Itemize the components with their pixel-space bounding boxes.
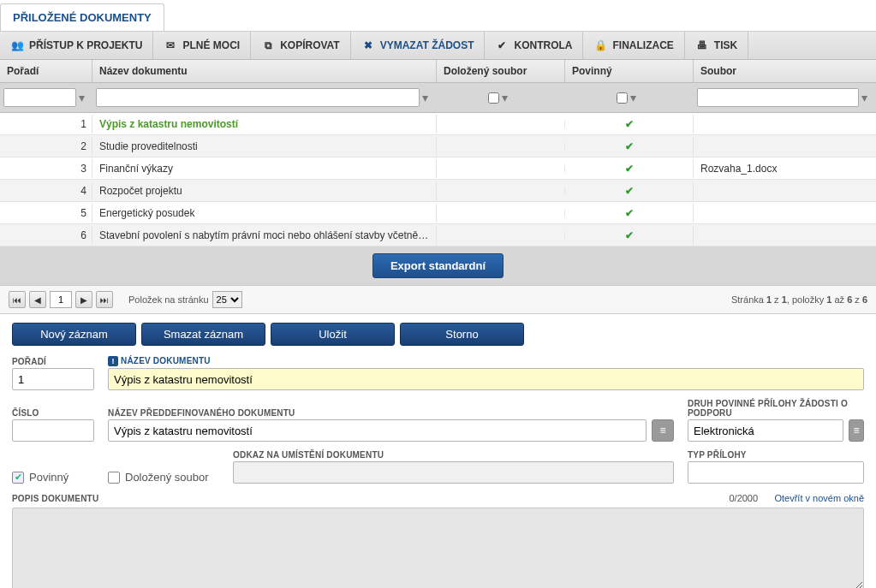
cell-required: ✔ [565, 137, 694, 156]
pager-per-page-select[interactable]: 25 [212, 291, 242, 308]
cell-name: Stavební povolení s nabytím právní moci … [92, 226, 437, 245]
filter-icon[interactable]: ▾ [79, 91, 89, 104]
number-label: ČÍSLO [12, 408, 94, 418]
grid-footer: Export standardní [0, 246, 876, 285]
cell-order: 4 [0, 181, 92, 200]
col-header-name[interactable]: Název dokumentu [92, 60, 437, 82]
toolbar-project-access[interactable]: 👥 PŘÍSTUP K PROJEKTU [0, 32, 153, 59]
grid-filter-row: ▾ ▾ ▾ ▾ ▾ [0, 83, 876, 113]
filter-icon[interactable]: ▾ [502, 91, 514, 104]
mail-icon: ✉ [164, 39, 177, 52]
table-row[interactable]: 4Rozpočet projektu✔ [0, 180, 876, 202]
toolbar: 👥 PŘÍSTUP K PROJEKTU ✉ PLNÉ MOCI ⧉ KOPÍR… [0, 32, 876, 60]
document-name-input[interactable] [108, 368, 864, 390]
cell-required: ✔ [565, 159, 694, 178]
cell-file [437, 187, 565, 194]
filter-soubor-input[interactable] [697, 88, 859, 107]
cell-file [437, 143, 565, 150]
cell-order: 6 [0, 226, 92, 245]
cell-required: ✔ [565, 181, 694, 200]
attachment-kind-picker-button[interactable]: ≡ [849, 419, 864, 442]
export-standard-button[interactable]: Export standardní [372, 253, 504, 278]
number-input[interactable] [12, 419, 94, 442]
cell-soubor [694, 210, 876, 217]
toolbar-label: KOPÍROVAT [280, 39, 340, 51]
toolbar-check[interactable]: ✔ KONTROLA [485, 32, 583, 59]
predefined-name-input[interactable] [108, 419, 647, 442]
filter-order-input[interactable] [3, 88, 76, 107]
file-attached-checkbox[interactable] [108, 472, 120, 484]
toolbar-delete-request[interactable]: ✖ VYMAZAT ŽÁDOST [351, 32, 486, 59]
file-attached-label: Doložený soubor [125, 471, 209, 484]
pager-first-button[interactable]: ⏮ [9, 291, 26, 308]
cell-name: Energetický posudek [92, 204, 437, 223]
toolbar-power-of-attorney[interactable]: ✉ PLNÉ MOCI [153, 32, 251, 59]
toolbar-label: VYMAZAT ŽÁDOST [380, 39, 474, 51]
lock-icon: 🔒 [593, 39, 607, 52]
document-link-input[interactable] [233, 461, 674, 484]
cell-file [437, 121, 565, 128]
order-label: POŘADÍ [12, 357, 94, 366]
required-checkbox[interactable]: ✔ [12, 472, 24, 484]
table-row[interactable]: 3Finanční výkazy✔Rozvaha_1.docx [0, 157, 876, 180]
table-row[interactable]: 5Energetický posudek✔ [0, 202, 876, 224]
cell-soubor [694, 187, 876, 194]
attachment-kind-input[interactable] [688, 419, 843, 442]
col-header-order[interactable]: Pořadí [0, 60, 92, 82]
predefined-name-label: NÁZEV PŘEDDEFINOVANÉHO DOKUMENTU [108, 408, 674, 418]
pager-page-input[interactable] [50, 291, 72, 308]
toolbar-label: PŘÍSTUP K PROJEKTU [29, 39, 142, 51]
filter-name-input[interactable] [96, 88, 420, 107]
open-new-window-link[interactable]: Otevřít v novém okně [774, 493, 864, 503]
predefined-picker-button[interactable]: ≡ [652, 419, 674, 442]
toolbar-copy[interactable]: ⧉ KOPÍROVAT [251, 32, 351, 59]
toolbar-print[interactable]: 🖶 TISK [685, 32, 748, 59]
pager-next-button[interactable]: ▶ [75, 291, 92, 308]
cell-soubor [694, 232, 876, 239]
pager-summary: Stránka 1 z 1, položky 1 až 6 z 6 [731, 294, 867, 305]
filter-icon[interactable]: ▾ [630, 91, 642, 104]
cross-icon: ✖ [361, 39, 375, 52]
cell-required: ✔ [565, 226, 694, 245]
print-icon: 🖶 [695, 39, 709, 52]
col-header-soubor[interactable]: Soubor [694, 60, 876, 82]
save-button[interactable]: Uložit [271, 323, 395, 346]
cell-file [437, 232, 565, 239]
grid-body: 1Výpis z katastru nemovitostí✔2Studie pr… [0, 113, 876, 246]
form-actions: Nový záznam Smazat záznam Uložit Storno [0, 314, 876, 351]
filter-required-checkbox[interactable] [617, 92, 628, 104]
order-input[interactable] [12, 368, 94, 390]
table-row[interactable]: 2Studie proveditelnosti✔ [0, 135, 876, 157]
toolbar-label: PLNÉ MOCI [182, 39, 240, 51]
check-icon: ✔ [495, 39, 509, 52]
cell-name: Studie proveditelnosti [92, 137, 437, 156]
attachment-type-input[interactable] [688, 461, 864, 484]
description-textarea[interactable] [12, 508, 864, 588]
toolbar-label: TISK [714, 39, 737, 51]
filter-icon[interactable]: ▾ [861, 91, 873, 104]
cell-required: ✔ [565, 115, 694, 134]
filter-icon[interactable]: ▾ [422, 91, 433, 104]
toolbar-finalize[interactable]: 🔒 FINALIZACE [583, 32, 684, 59]
pager-last-button[interactable]: ⏭ [96, 291, 113, 308]
cell-order: 5 [0, 204, 92, 223]
cell-name: Výpis z katastru nemovitostí [92, 115, 437, 134]
cell-name: Finanční výkazy [92, 159, 437, 178]
attachment-kind-label: DRUH POVINNÉ PŘÍLOHY ŽÁDOSTI O PODPORU [688, 399, 864, 418]
form: POŘADÍ !NÁZEV DOKUMENTU ČÍSLO NÁZEV PŘED… [0, 351, 876, 588]
pager-prev-button[interactable]: ◀ [29, 291, 46, 308]
col-header-required[interactable]: Povinný [565, 60, 694, 82]
cell-soubor: Rozvaha_1.docx [694, 159, 876, 178]
document-link-label: ODKAZ NA UMÍSTĚNÍ DOKUMENTU [233, 450, 674, 460]
filter-file-checkbox[interactable] [488, 92, 499, 104]
cancel-button[interactable]: Storno [400, 323, 524, 346]
delete-record-button[interactable]: Smazat záznam [141, 323, 265, 346]
attachment-type-label: TYP PŘÍLOHY [688, 450, 864, 460]
copy-icon: ⧉ [261, 39, 275, 52]
new-record-button[interactable]: Nový záznam [12, 323, 136, 346]
col-header-file[interactable]: Doložený soubor [437, 60, 565, 82]
table-row[interactable]: 1Výpis z katastru nemovitostí✔ [0, 113, 876, 135]
cell-required: ✔ [565, 204, 694, 223]
table-row[interactable]: 6Stavební povolení s nabytím právní moci… [0, 224, 876, 246]
tab-attached-documents[interactable]: PŘILOŽENÉ DOKUMENTY [0, 3, 164, 31]
